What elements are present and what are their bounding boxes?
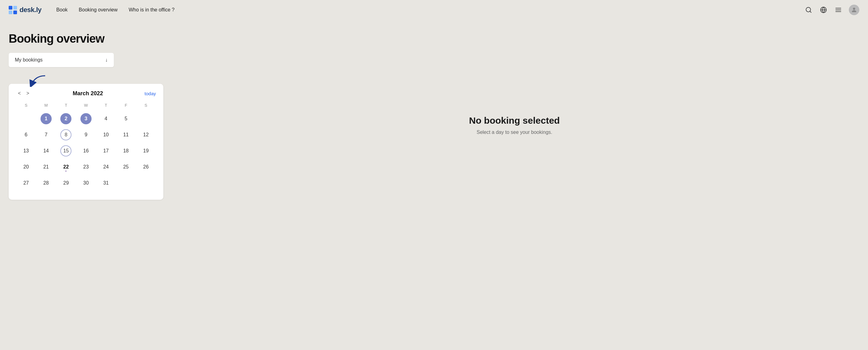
day-6: 6 [21, 129, 32, 140]
nav-links: Book Booking overview Who is in the offi… [56, 7, 804, 13]
cal-cell-20[interactable]: 20 [16, 159, 36, 175]
day-22: 22 [60, 161, 71, 172]
calendar-card: < > March 2022 today S M T W T F S 1 2 [9, 84, 163, 200]
cal-cell-9[interactable]: 9 [76, 127, 96, 143]
nav-book[interactable]: Book [56, 7, 67, 13]
calendar-month-title: March 2022 [31, 90, 145, 97]
search-icon[interactable] [804, 6, 813, 14]
day-9: 9 [81, 129, 92, 140]
day-2: 2 [60, 113, 71, 124]
avatar[interactable] [849, 5, 859, 15]
cal-cell-empty-4 [136, 175, 156, 191]
cal-cell-11[interactable]: 11 [116, 127, 136, 143]
cal-cell-27[interactable]: 27 [16, 175, 36, 191]
nav-who-in-office[interactable]: Who is in the office ? [129, 7, 175, 13]
no-booking-subtitle: Select a day to see your bookings. [477, 130, 553, 135]
day-16: 16 [81, 145, 92, 156]
cal-cell-30[interactable]: 30 [76, 175, 96, 191]
logo-square-2 [13, 6, 17, 9]
cal-cell-2[interactable]: 2 [56, 111, 76, 127]
logo[interactable]: desk.ly [9, 6, 41, 14]
day-14: 14 [40, 145, 52, 156]
calendar-nav: < > [16, 90, 31, 97]
cal-cell-21[interactable]: 21 [36, 159, 56, 175]
calendar-today-button[interactable]: today [145, 91, 156, 96]
logo-text: desk.ly [20, 6, 41, 14]
cal-cell-14[interactable]: 14 [36, 143, 56, 159]
day-31: 31 [100, 178, 112, 189]
cal-cell-19[interactable]: 19 [136, 143, 156, 159]
cal-cell-15[interactable]: 15 [56, 143, 76, 159]
dropdown-label: My bookings [15, 57, 43, 63]
day-15: 15 [60, 145, 71, 156]
day-29: 29 [60, 178, 71, 189]
cal-cell-4[interactable]: 4 [96, 111, 116, 127]
day-24: 24 [100, 161, 112, 172]
cal-cell-17[interactable]: 17 [96, 143, 116, 159]
day-4: 4 [100, 113, 112, 124]
calendar-grid: S M T W T F S 1 2 3 4 5 6 7 8 9 10 [16, 103, 156, 191]
day-13: 13 [21, 145, 32, 156]
menu-icon[interactable] [834, 6, 843, 14]
cal-cell-25[interactable]: 25 [116, 159, 136, 175]
calendar-prev-button[interactable]: < [16, 90, 23, 97]
day-26: 26 [141, 161, 152, 172]
day-17: 17 [100, 145, 112, 156]
cal-cell-empty-3 [116, 175, 136, 191]
day-25: 25 [120, 161, 131, 172]
cal-cell-31[interactable]: 31 [96, 175, 116, 191]
day-5: 5 [120, 113, 131, 124]
cal-cell-29[interactable]: 29 [56, 175, 76, 191]
cal-cell-16[interactable]: 16 [76, 143, 96, 159]
no-booking-title: No booking selected [469, 115, 560, 126]
cal-cell-6[interactable]: 6 [16, 127, 36, 143]
day-30: 30 [81, 178, 92, 189]
day-18: 18 [120, 145, 131, 156]
logo-square-1 [9, 6, 12, 9]
day-20: 20 [21, 161, 32, 172]
navbar: desk.ly Book Booking overview Who is in … [0, 0, 868, 20]
cal-cell-26[interactable]: 26 [136, 159, 156, 175]
day-1: 1 [40, 113, 52, 124]
cal-cell-13[interactable]: 13 [16, 143, 36, 159]
day-header-thu: T [96, 103, 116, 111]
day-3: 3 [81, 113, 92, 124]
day-22-dot [65, 170, 67, 172]
svg-point-7 [853, 8, 855, 10]
cal-cell-7[interactable]: 7 [36, 127, 56, 143]
cal-cell-3[interactable]: 3 [76, 111, 96, 127]
day-10: 10 [100, 129, 112, 140]
cal-cell-12[interactable]: 12 [136, 127, 156, 143]
cal-cell-24[interactable]: 24 [96, 159, 116, 175]
page-title: Booking overview [9, 32, 169, 45]
cal-cell-10[interactable]: 10 [96, 127, 116, 143]
cal-cell-23[interactable]: 23 [76, 159, 96, 175]
bookings-dropdown[interactable]: My bookings ↓ [9, 53, 114, 67]
day-19: 19 [141, 145, 152, 156]
day-28: 28 [40, 178, 52, 189]
day-header-fri: F [116, 103, 136, 111]
cal-cell-28[interactable]: 28 [36, 175, 56, 191]
day-7: 7 [40, 129, 52, 140]
day-header-wed: W [76, 103, 96, 111]
day-header-sat: S [136, 103, 156, 111]
left-panel: Booking overview My bookings ↓ < [9, 32, 169, 200]
nav-booking-overview[interactable]: Booking overview [79, 7, 118, 13]
day-27: 27 [21, 178, 32, 189]
calendar-next-button[interactable]: > [25, 90, 31, 97]
cal-cell-1[interactable]: 1 [36, 111, 56, 127]
cal-cell-18[interactable]: 18 [116, 143, 136, 159]
cal-cell-22[interactable]: 22 [56, 159, 76, 175]
day-23: 23 [81, 161, 92, 172]
main-content: Booking overview My bookings ↓ < [0, 20, 868, 200]
cal-cell-empty-1 [16, 111, 36, 127]
day-header-tue: T [56, 103, 76, 111]
day-header-mon: M [36, 103, 56, 111]
cal-cell-5[interactable]: 5 [116, 111, 136, 127]
logo-icon [9, 6, 17, 14]
globe-icon[interactable] [819, 6, 828, 14]
svg-line-1 [810, 11, 811, 12]
dropdown-arrow-icon: ↓ [105, 57, 107, 63]
day-12: 12 [141, 129, 152, 140]
cal-cell-8[interactable]: 8 [56, 127, 76, 143]
